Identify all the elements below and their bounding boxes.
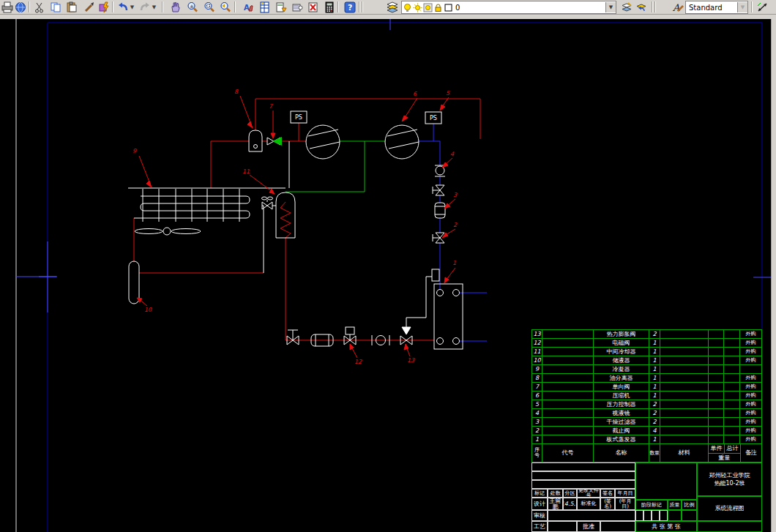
pressure-switch-1: PS: [291, 111, 307, 123]
undo-dropdown-icon[interactable]: ▼: [129, 1, 135, 13]
layer-combo-arrow-icon[interactable]: ▼: [605, 2, 616, 12]
zone-label: 分区: [563, 489, 577, 498]
markup-icon[interactable]: [306, 1, 320, 13]
empty-row: [531, 462, 635, 471]
redo-icon[interactable]: [138, 1, 152, 13]
plot-icon[interactable]: [0, 1, 14, 13]
equalizer-port: [432, 269, 439, 281]
cut-icon[interactable]: [32, 1, 46, 13]
leader-solenoid: 12: [354, 359, 362, 365]
hand-valve-icon: [262, 197, 273, 202]
layer-bulb-icon[interactable]: [402, 2, 412, 12]
designer-name: 王留鹏: [548, 498, 563, 510]
header-material: 材料: [660, 444, 709, 462]
cad-window: ▼ ▼ ± A: [0, 0, 776, 532]
toolbar-separator: [337, 1, 339, 12]
edit-lightning-icon[interactable]: [97, 1, 111, 13]
expansion-valve: [400, 269, 439, 345]
zoom-window-icon[interactable]: [202, 1, 216, 13]
dim-style-icon[interactable]: [756, 1, 769, 13]
layer-freeze-icon[interactable]: [422, 2, 433, 12]
design-date: 14.5.6: [563, 498, 577, 510]
table-row: 11中间冷却器1外购: [532, 348, 762, 356]
toolbar-separator: [654, 1, 656, 12]
date-placeholder: (年月日): [615, 498, 635, 510]
leader-receiver: 10: [144, 307, 152, 313]
empty-cell: [548, 510, 635, 521]
layer-sun-icon[interactable]: [412, 2, 422, 12]
standard-toolbar: ▼ ▼ ± A: [0, 0, 776, 15]
header-unit: 单件: [709, 444, 725, 453]
header-remark: 备注: [741, 444, 762, 462]
help-icon[interactable]: ?: [343, 1, 357, 13]
pan-hand-icon[interactable]: [168, 1, 182, 13]
leader-oil-separator: 8: [234, 89, 239, 95]
zoom-realtime-icon[interactable]: ±: [185, 1, 199, 13]
flow-arrow-icon: [272, 137, 282, 146]
school-name: 郑州轻工业学院: [709, 473, 750, 479]
header-weight-group: 单件 总计 重量: [709, 444, 741, 462]
green-piping: [286, 141, 385, 192]
leader-valve: 2: [453, 222, 458, 228]
receiver: [129, 261, 139, 304]
signature-label: 签名: [600, 489, 615, 498]
style-combo-arrow-icon[interactable]: ▼: [737, 2, 747, 12]
leader-txv: 13: [407, 357, 415, 364]
svg-text:±: ±: [190, 3, 194, 9]
header-no: 序号: [532, 444, 542, 462]
text-style-combobox[interactable]: Standard ▼: [685, 1, 748, 14]
table-row: 4视液镜2外购: [532, 409, 762, 418]
layer-color-swatch[interactable]: [443, 2, 453, 12]
make-layer-current-icon[interactable]: [619, 1, 633, 13]
toolbar-separator: [112, 1, 113, 12]
table-row: 9冷凝器1: [532, 365, 762, 374]
publish-globe-icon[interactable]: [13, 1, 27, 13]
zoom-previous-icon[interactable]: [218, 1, 232, 13]
table-row: 8油分离器1外购: [532, 374, 762, 383]
header-code: 代号: [542, 444, 594, 462]
header-qty: 数量: [649, 444, 660, 462]
redo-dropdown-icon[interactable]: ▼: [151, 1, 157, 13]
compressor-2: [385, 125, 419, 159]
change-file-label: 更改文件号: [577, 489, 600, 498]
svg-text:A: A: [672, 2, 680, 13]
toolbar-lower-edge: [0, 15, 776, 19]
mass-label: 质量: [668, 500, 682, 510]
suction-drier: [435, 203, 445, 218]
find-text-icon[interactable]: A: [242, 1, 255, 13]
suction-valve-1: [433, 185, 444, 195]
stage-cell: [652, 510, 660, 521]
undo-icon[interactable]: [116, 1, 130, 13]
designcenter-icon[interactable]: [274, 1, 288, 13]
class-name: 热能10-2班: [714, 481, 745, 487]
table-row: 12电磁阀1外购: [532, 339, 762, 348]
empty-cell: [548, 521, 577, 532]
header-total: 总计: [725, 444, 740, 453]
toolbar-separator: [29, 1, 30, 12]
text-style-icon[interactable]: A: [671, 1, 684, 13]
empty-cell: [600, 521, 635, 532]
paste-icon[interactable]: [64, 1, 78, 13]
leader-condenser: 9: [133, 148, 137, 154]
leader-check-valve: 7: [269, 103, 273, 110]
properties-icon[interactable]: [258, 1, 272, 13]
empty-cell: [635, 462, 697, 500]
layers-icon[interactable]: [385, 1, 399, 13]
leader-evaporator: 1: [452, 260, 456, 266]
table-row: 7单向阀1外购: [532, 383, 762, 391]
layer-combobox[interactable]: 0 ▼: [401, 1, 616, 14]
leader-compressor: 6: [413, 91, 417, 97]
toolbar-separator: [652, 1, 653, 12]
check-valve: [267, 137, 282, 146]
calculator-icon[interactable]: [322, 1, 336, 13]
match-brush-icon[interactable]: [82, 1, 96, 13]
shutoff-valve: [287, 330, 299, 345]
text-style-value: Standard: [689, 4, 723, 12]
tool-palettes-icon[interactable]: [290, 1, 304, 13]
copy-icon[interactable]: [48, 1, 62, 13]
layer-previous-icon[interactable]: [634, 1, 648, 13]
sheet-count: 共 张 第 张: [635, 521, 697, 532]
layer-lock-icon[interactable]: [433, 2, 443, 12]
solenoid-valve: [344, 327, 356, 345]
empty-row: [531, 480, 635, 489]
